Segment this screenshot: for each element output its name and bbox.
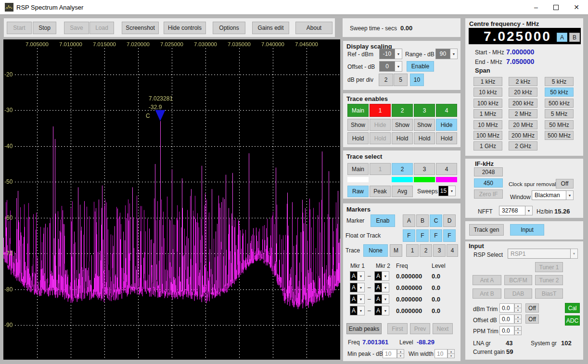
mkr1-arrow-icon-row2[interactable]: ▼ bbox=[358, 294, 365, 304]
trace-select-1[interactable]: 1 bbox=[370, 163, 391, 175]
span-button-2-khz[interactable]: 2 kHz bbox=[509, 77, 537, 86]
trace-show-button-1[interactable]: Hide bbox=[370, 119, 391, 131]
adc-button[interactable]: ADC bbox=[565, 315, 580, 326]
input-button-dab[interactable]: DAB bbox=[504, 289, 532, 299]
marker-trace-button-m[interactable]: M bbox=[390, 244, 402, 257]
toolbar-button-options[interactable]: Options bbox=[213, 22, 245, 34]
min-peak-spin-arrows[interactable]: ▲▼ bbox=[397, 349, 404, 358]
offset-db-combo[interactable]: 0▼ bbox=[379, 61, 402, 72]
span-button-5-khz[interactable]: 5 kHz bbox=[545, 77, 574, 86]
trace-enable-1[interactable]: 1 bbox=[370, 104, 391, 117]
marker-float-button-0[interactable]: F bbox=[403, 229, 415, 242]
toolbar-button-gains-edit[interactable]: Gains edit bbox=[252, 22, 289, 34]
trace-show-button-2[interactable]: Show bbox=[392, 119, 413, 131]
enab-peaks-button[interactable]: Enab peaks bbox=[346, 323, 382, 334]
offset-off-button[interactable]: Off bbox=[525, 314, 539, 324]
if-button-2048[interactable]: 2048 bbox=[474, 167, 503, 176]
peak-nav-next[interactable]: Next bbox=[433, 323, 453, 334]
span-button-1-mhz[interactable]: 1 MHz bbox=[473, 109, 502, 118]
range-db-combo[interactable]: 90▼ bbox=[435, 49, 458, 59]
mkr1-combo-row0[interactable]: A▼ bbox=[350, 271, 365, 281]
span-button-1-ghz[interactable]: 1 GHz bbox=[473, 141, 502, 151]
close-button[interactable]: ✕ bbox=[567, 0, 586, 14]
minimize-button[interactable]: – bbox=[526, 0, 546, 14]
mkr2-arrow-icon-row1[interactable]: ▼ bbox=[382, 283, 389, 292]
mkr1-combo-row3[interactable]: A▼ bbox=[350, 306, 365, 315]
trace-show-button-0[interactable]: Show bbox=[347, 119, 369, 131]
mkr2-arrow-icon-row3[interactable]: ▼ bbox=[382, 306, 389, 315]
toolbar-button-stop[interactable]: Stop bbox=[33, 22, 56, 34]
nfft-combo[interactable]: 32768▼ bbox=[499, 206, 533, 215]
mkr1-arrow-icon-row3[interactable]: ▼ bbox=[358, 306, 365, 315]
span-button-200-khz[interactable]: 200 kHz bbox=[509, 99, 537, 108]
clock-spur-off-button[interactable]: Off bbox=[556, 179, 574, 188]
input-button-ant-b[interactable]: Ant B bbox=[473, 289, 501, 299]
span-button-10-khz[interactable]: 10 kHz bbox=[473, 88, 502, 97]
span-button-100-mhz[interactable]: 100 MHz bbox=[473, 131, 502, 140]
ppm-trim-spin-arrows[interactable]: ▲▼ bbox=[514, 326, 522, 335]
rsp-select-arrow-icon[interactable]: ▼ bbox=[571, 249, 578, 259]
db-per-div-button-5[interactable]: 5 bbox=[394, 74, 408, 86]
trace-mode-avg[interactable]: Avg bbox=[392, 186, 413, 197]
marker-enab-button[interactable]: Enab bbox=[371, 214, 395, 227]
trace-show-button-3[interactable]: Show bbox=[414, 119, 435, 131]
if-button-450[interactable]: 450 bbox=[474, 178, 503, 188]
marker-float-button-3[interactable]: F bbox=[443, 229, 456, 242]
span-button-500-mhz[interactable]: 500 MHz bbox=[545, 131, 574, 140]
marker-trace-none-button[interactable]: None bbox=[363, 244, 388, 257]
toolbar-button-screenshot[interactable]: Screenshot bbox=[122, 22, 159, 34]
marker-trace-button-3[interactable]: 3 bbox=[433, 244, 446, 257]
marker-float-button-2[interactable]: F bbox=[430, 229, 442, 242]
mkr2-combo-row1[interactable]: A▼ bbox=[374, 283, 389, 292]
win-width-spin-arrows[interactable]: ▲▼ bbox=[447, 349, 455, 358]
offset-db-arrow-icon[interactable]: ▼ bbox=[395, 61, 402, 72]
nfft-arrow-icon[interactable]: ▼ bbox=[525, 206, 533, 215]
marker-name-button-a[interactable]: A bbox=[403, 214, 415, 227]
marker-trace-button-1[interactable]: 1 bbox=[406, 244, 419, 257]
marker-name-button-c[interactable]: C bbox=[430, 214, 442, 227]
db-per-div-button-10[interactable]: 10 bbox=[410, 74, 424, 86]
trace-select-4[interactable]: 4 bbox=[436, 163, 457, 175]
marker-trace-button-2[interactable]: 2 bbox=[420, 244, 432, 257]
span-button-2-ghz[interactable]: 2 GHz bbox=[509, 141, 537, 151]
if-button-zero-if[interactable]: Zero IF bbox=[474, 189, 503, 199]
mkr1-combo-row1[interactable]: A▼ bbox=[350, 283, 365, 292]
trace-select-main[interactable]: Main bbox=[347, 163, 369, 175]
span-button-50-mhz[interactable]: 50 MHz bbox=[545, 120, 574, 129]
window-combo[interactable]: Blackman▼ bbox=[532, 190, 574, 200]
span-button-20-khz[interactable]: 20 kHz bbox=[509, 88, 537, 97]
offset-db-spinner[interactable]: 0.0 ▲▼ bbox=[499, 314, 522, 324]
span-button-10-mhz[interactable]: 10 MHz bbox=[473, 120, 502, 129]
toolbar-button-load[interactable]: Load bbox=[89, 22, 114, 34]
span-button-500-khz[interactable]: 500 kHz bbox=[545, 99, 574, 108]
span-button-1-khz[interactable]: 1 kHz bbox=[473, 77, 502, 86]
window-arrow-icon[interactable]: ▼ bbox=[566, 190, 574, 200]
toolbar-button-start[interactable]: Start bbox=[7, 22, 32, 34]
sweeps-arrow-icon[interactable]: ▼ bbox=[448, 186, 456, 196]
span-button-5-mhz[interactable]: 5 MHz bbox=[545, 109, 574, 118]
mkr1-arrow-icon-row1[interactable]: ▼ bbox=[358, 283, 365, 292]
range-db-arrow-icon[interactable]: ▼ bbox=[450, 49, 458, 59]
ppm-trim-spinner[interactable]: 0.0 ▲▼ bbox=[499, 326, 522, 335]
input-button-bc-fm[interactable]: BC/FM bbox=[504, 275, 532, 285]
track-gen-button[interactable]: Track gen bbox=[469, 224, 504, 236]
trace-select-2[interactable]: 2 bbox=[392, 163, 413, 175]
sweeps-combo[interactable]: 15▼ bbox=[438, 186, 456, 196]
marker-float-button-1[interactable]: F bbox=[416, 229, 429, 242]
cal-button[interactable]: Cal bbox=[565, 303, 580, 313]
trace-show-button-4[interactable]: Hide bbox=[436, 119, 457, 131]
input-button-biast[interactable]: BiasT bbox=[535, 289, 563, 299]
ref-dbm-arrow-icon[interactable]: ▼ bbox=[395, 49, 402, 59]
span-button-100-khz[interactable]: 100 kHz bbox=[473, 99, 502, 108]
trace-enable-3[interactable]: 3 bbox=[414, 104, 435, 117]
marker-name-button-d[interactable]: D bbox=[443, 214, 456, 227]
mkr1-arrow-icon-row0[interactable]: ▼ bbox=[358, 271, 365, 281]
trace-hold-button-1[interactable]: Hold bbox=[370, 132, 391, 144]
peak-nav-prev[interactable]: Prev bbox=[410, 323, 430, 334]
tuner1-button[interactable]: Tuner 1 bbox=[535, 262, 563, 272]
trace-enable-4[interactable]: 4 bbox=[436, 104, 457, 117]
toolbar-button-hide-controls[interactable]: Hide controls bbox=[164, 22, 206, 34]
mkr2-arrow-icon-row2[interactable]: ▼ bbox=[382, 294, 389, 304]
trace-mode-peak[interactable]: Peak bbox=[370, 186, 391, 197]
win-width-spinner[interactable]: 10 ▲▼ bbox=[435, 349, 455, 358]
